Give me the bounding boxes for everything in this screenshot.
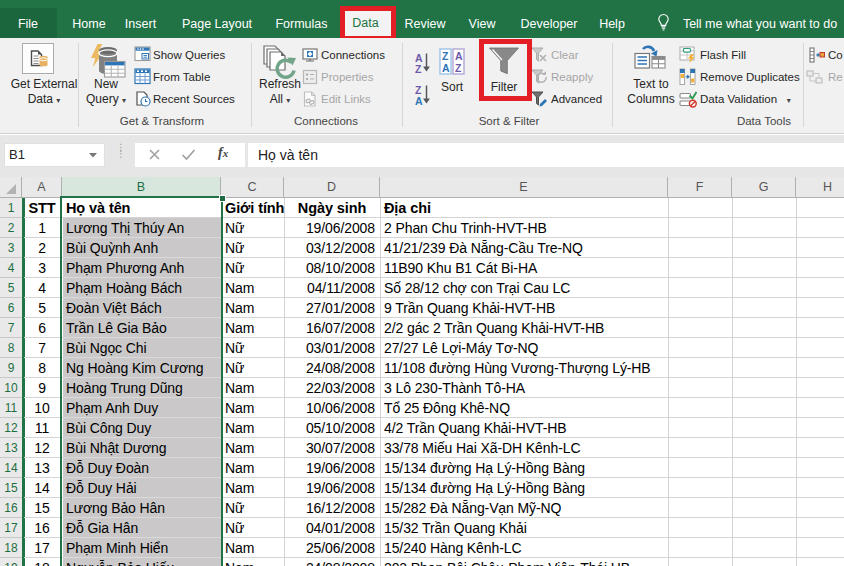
svg-text:A: A	[442, 62, 450, 74]
svg-text:Z: Z	[415, 63, 422, 74]
svg-text:A: A	[415, 95, 423, 106]
svg-text:Z: Z	[455, 62, 462, 74]
svg-text:Z: Z	[442, 50, 449, 62]
svg-text:A: A	[415, 52, 423, 64]
svg-text:A: A	[455, 50, 463, 62]
